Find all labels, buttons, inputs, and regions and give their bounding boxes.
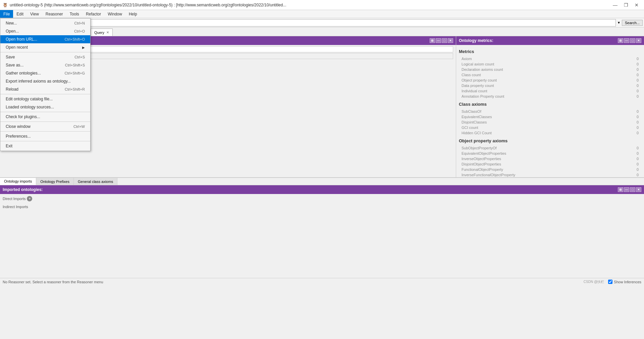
show-inferences-checkbox[interactable] bbox=[608, 280, 612, 284]
tab-close-button[interactable]: ✕ bbox=[106, 31, 109, 34]
metrics-close-icon[interactable]: ✕ bbox=[636, 38, 641, 43]
metric-data-property-count: Data property count0 bbox=[459, 83, 641, 88]
tab-ontology-imports[interactable]: Ontology imports bbox=[0, 178, 36, 185]
bottom-tabs: Ontology imports Ontology Prefixes Gener… bbox=[0, 178, 644, 185]
separator-4 bbox=[0, 122, 90, 122]
menu-preferences[interactable]: Preferences... bbox=[0, 132, 90, 140]
metric-object-property-count: Object property count0 bbox=[459, 78, 641, 83]
menu-help[interactable]: Help bbox=[125, 10, 141, 18]
submenu-arrow: ▶ bbox=[82, 46, 85, 49]
imported-ontologies-title: Imported ontologies: bbox=[3, 187, 43, 192]
imported-expand-icon[interactable]: □ bbox=[630, 187, 635, 192]
tab-query-label: Query bbox=[94, 31, 104, 35]
menu-window[interactable]: Window bbox=[104, 10, 125, 18]
main-split: ⊞ — □ ✕ Ontology metrics: ⊞ — □ ✕ bbox=[0, 36, 644, 177]
search-button[interactable]: Search... bbox=[622, 20, 643, 26]
show-inferences-label: Show Inferences bbox=[614, 280, 641, 284]
metric-class-count: Class count0 bbox=[459, 72, 641, 78]
imported-ontologies-header: Imported ontologies: ⊞ — □ ✕ bbox=[0, 185, 644, 194]
title-bar-left: 🦉 untitled-ontology-5 (http://www.semant… bbox=[3, 3, 286, 7]
address-input[interactable] bbox=[1, 19, 616, 27]
direct-imports-label: Direct Imports bbox=[3, 197, 25, 201]
expand-panel-icon[interactable]: □ bbox=[442, 38, 447, 43]
metrics-pin-icon[interactable]: ⊞ bbox=[618, 38, 623, 43]
address-bar: ▼ Search... bbox=[0, 18, 644, 28]
panel-header-icons: ⊞ — □ ✕ bbox=[430, 38, 453, 43]
menu-reasoner[interactable]: Reasoner bbox=[42, 10, 66, 18]
app-icon: 🦉 bbox=[3, 3, 8, 7]
metric-equivalent-classes: EquivalentClasses0 bbox=[459, 114, 641, 119]
menu-file[interactable]: File bbox=[0, 10, 13, 18]
tab-ontology-prefixes[interactable]: Ontology Prefixes bbox=[36, 178, 74, 185]
menu-edit[interactable]: Edit bbox=[13, 10, 27, 18]
metric-gci-count: GCI count0 bbox=[459, 125, 641, 130]
separator-3 bbox=[0, 112, 90, 112]
menu-export-inferred[interactable]: Export inferred axioms as ontology... bbox=[0, 77, 90, 85]
metric-subclassof: SubClassOf0 bbox=[459, 109, 641, 114]
metric-annotation-property-count: Annotation Property count0 bbox=[459, 94, 641, 99]
menu-tools[interactable]: Tools bbox=[66, 10, 83, 18]
tab-general-class-axioms[interactable]: General class axioms bbox=[74, 178, 117, 185]
maximize-button[interactable]: ❐ bbox=[621, 0, 631, 10]
menu-gather-ontologies[interactable]: Gather ontologies... Ctrl+Shift+G bbox=[0, 69, 90, 77]
tab-query[interactable]: Query ✕ bbox=[91, 29, 113, 36]
status-right: CSDN @扶栏 Show Inferences bbox=[584, 280, 641, 284]
metrics-panel: Ontology metrics: ⊞ — □ ✕ Metrics Axiom0… bbox=[456, 36, 644, 177]
metric-inverse-functional-object-property: InverseFunctionalObjectProperty0 bbox=[459, 172, 641, 177]
metric-logical-axiom-count: Logical axiom count0 bbox=[459, 61, 641, 67]
metric-disjoint-classes: DisjointClasses0 bbox=[459, 119, 641, 125]
direct-imports-section: Direct Imports + bbox=[0, 194, 644, 202]
metrics-content: Metrics Axiom0 Logical axiom count0 Decl… bbox=[456, 45, 644, 177]
menu-loaded-sources[interactable]: Loaded ontology sources... bbox=[0, 103, 90, 111]
dropdown-arrow[interactable]: ▼ bbox=[617, 21, 621, 25]
metric-axiom: Axiom0 bbox=[459, 56, 641, 61]
menu-save-as[interactable]: Save as... Ctrl+Shift+S bbox=[0, 61, 90, 69]
metric-hidden-gci-count: Hidden GCI Count0 bbox=[459, 130, 641, 136]
imported-minimize-icon[interactable]: — bbox=[624, 187, 629, 192]
menu-refactor[interactable]: Refactor bbox=[83, 10, 104, 18]
metric-disjoint-object-properties: DisjointObjectProperties0 bbox=[459, 161, 641, 167]
status-text: No Reasoner set. Select a reasoner from … bbox=[3, 280, 103, 284]
close-panel-icon[interactable]: ✕ bbox=[448, 38, 453, 43]
metric-inverse-object-properties: InverseObjectProperties0 bbox=[459, 156, 641, 161]
menu-open-from-url[interactable]: Open from URL... Ctrl+Shift+O ➤ bbox=[0, 35, 90, 43]
show-inferences-container: Show Inferences bbox=[608, 280, 641, 284]
file-dropdown-menu: New... Ctrl+N Open... Ctrl+O Open from U… bbox=[0, 18, 91, 151]
metrics-panel-title: Ontology metrics: bbox=[459, 38, 493, 43]
bottom-area: Ontology imports Ontology Prefixes Gener… bbox=[0, 177, 644, 278]
imported-close-icon[interactable]: ✕ bbox=[636, 187, 641, 192]
menu-view[interactable]: View bbox=[27, 10, 42, 18]
menu-edit-catalog[interactable]: Edit ontology catalog file... bbox=[0, 95, 90, 103]
menu-open-recent[interactable]: Open recent ▶ bbox=[0, 43, 90, 51]
minimize-panel-icon[interactable]: — bbox=[436, 38, 441, 43]
menu-check-plugins[interactable]: Check for plugins... bbox=[0, 113, 90, 121]
metrics-section-class-axioms: Class axioms bbox=[459, 102, 641, 107]
imported-ontologies-icons: ⊞ — □ ✕ bbox=[618, 187, 641, 192]
menu-bar: File Edit View Reasoner Tools Refactor W… bbox=[0, 10, 644, 18]
menu-close-window[interactable]: Close window Ctrl+W bbox=[0, 123, 90, 131]
menu-new[interactable]: New... Ctrl+N bbox=[0, 19, 90, 27]
metric-individual-count: Individual count0 bbox=[459, 88, 641, 94]
metric-subobjectpropertyof: SubObjectPropertyOf0 bbox=[459, 145, 641, 151]
menu-exit[interactable]: Exit bbox=[0, 142, 90, 150]
menu-save[interactable]: Save Ctrl+S bbox=[0, 53, 90, 61]
watermark-text: CSDN @扶栏 bbox=[584, 280, 604, 284]
metrics-panel-icons: ⊞ — □ ✕ bbox=[618, 38, 641, 43]
metric-declaration-axioms-count: Declaration axioms count0 bbox=[459, 67, 641, 72]
pin-icon[interactable]: ⊞ bbox=[430, 38, 435, 43]
menu-open[interactable]: Open... Ctrl+O bbox=[0, 27, 90, 35]
metrics-minimize-icon[interactable]: — bbox=[624, 38, 629, 43]
metrics-expand-icon[interactable]: □ bbox=[630, 38, 635, 43]
metrics-panel-header: Ontology metrics: ⊞ — □ ✕ bbox=[456, 36, 644, 45]
metrics-section-object-property-axioms: Object property axioms bbox=[459, 138, 641, 144]
title-bar: 🦉 untitled-ontology-5 (http://www.semant… bbox=[0, 0, 644, 10]
separator-1 bbox=[0, 52, 90, 52]
separator-5 bbox=[0, 131, 90, 132]
menu-reload[interactable]: Reload Ctrl+Shift+R bbox=[0, 85, 90, 93]
imported-pin-icon[interactable]: ⊞ bbox=[618, 187, 623, 192]
close-button[interactable]: ✕ bbox=[632, 0, 641, 10]
status-bar: No Reasoner set. Select a reasoner from … bbox=[0, 278, 644, 285]
indirect-imports-section: Indirect Imports bbox=[0, 202, 644, 209]
add-direct-import-button[interactable]: + bbox=[27, 196, 32, 201]
minimize-button[interactable]: — bbox=[610, 0, 620, 10]
